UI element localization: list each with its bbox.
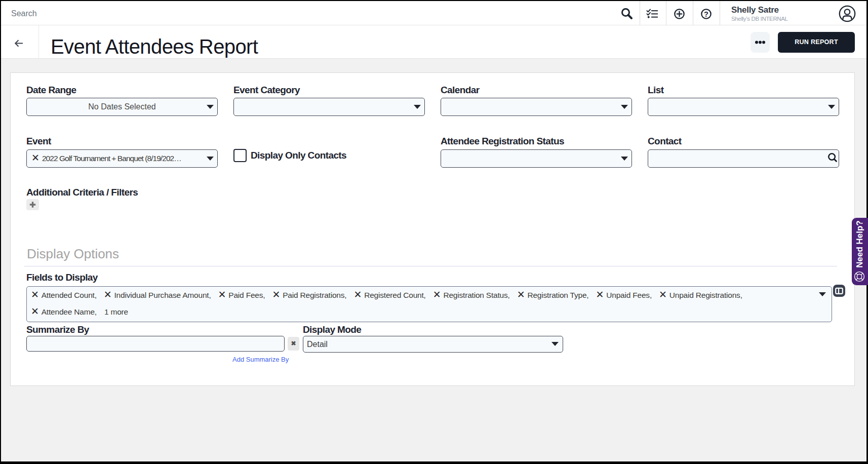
svg-text:?: ? [704, 10, 708, 18]
